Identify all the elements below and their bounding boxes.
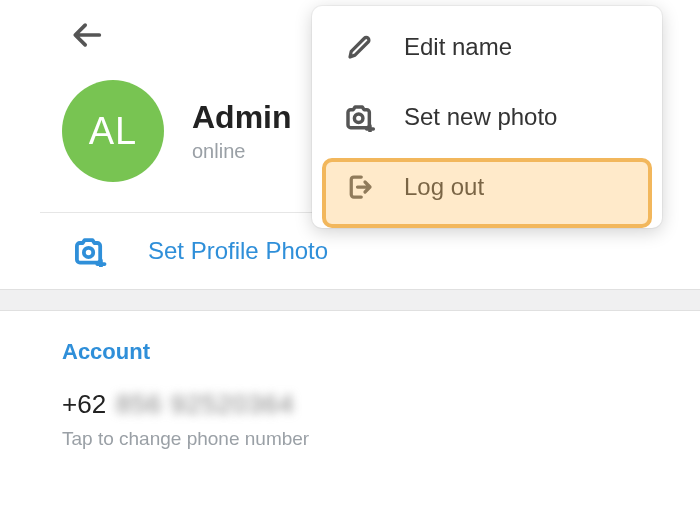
- menu-item-label: Log out: [404, 173, 484, 201]
- pencil-icon: [340, 32, 380, 62]
- arrow-left-icon: [71, 18, 105, 52]
- account-section: Account +62 856 92520364 Tap to change p…: [0, 311, 700, 450]
- set-profile-photo-label: Set Profile Photo: [148, 237, 328, 265]
- profile-name: Admin: [192, 99, 292, 136]
- back-button[interactable]: [68, 15, 108, 55]
- account-section-title: Account: [62, 339, 700, 365]
- menu-item-log-out[interactable]: Log out: [312, 152, 662, 222]
- avatar[interactable]: AL: [62, 80, 164, 182]
- logout-icon: [340, 172, 380, 202]
- phone-number-row[interactable]: +62 856 92520364: [62, 389, 700, 420]
- menu-item-edit-name[interactable]: Edit name: [312, 12, 662, 82]
- phone-hint: Tap to change phone number: [62, 428, 700, 450]
- menu-item-label: Edit name: [404, 33, 512, 61]
- svg-point-0: [84, 248, 93, 257]
- avatar-initials: AL: [89, 110, 137, 153]
- phone-blurred: 856 92520364: [116, 389, 294, 420]
- name-block: Admin online: [192, 99, 292, 163]
- overflow-menu: Edit name Set new photo Log out: [312, 6, 662, 228]
- camera-plus-icon: [340, 102, 380, 132]
- camera-plus-icon: [72, 235, 108, 267]
- profile-status: online: [192, 140, 292, 163]
- menu-item-set-new-photo[interactable]: Set new photo: [312, 82, 662, 152]
- phone-prefix: +62: [62, 389, 106, 420]
- section-gap: [0, 289, 700, 311]
- menu-item-label: Set new photo: [404, 103, 557, 131]
- svg-point-1: [354, 114, 363, 123]
